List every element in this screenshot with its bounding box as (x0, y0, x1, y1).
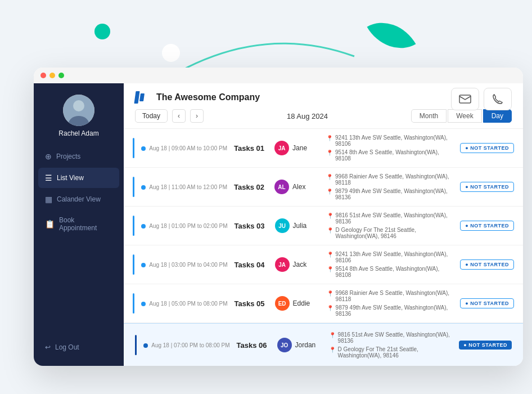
logout-label: Log Out (55, 343, 79, 351)
task-indicator (133, 138, 134, 158)
location-text: 9816 51st Ave SW Seattle, Washington(WA)… (336, 212, 454, 225)
chrome-maximize[interactable] (58, 73, 64, 78)
decorative-circle-green (94, 24, 110, 39)
status-badge: ● NOT STARTED (460, 143, 514, 153)
location-icon: 📍 (326, 174, 333, 180)
sidebar-item-list-view[interactable]: ☰ List View (38, 168, 119, 188)
status-badge: ● NOT STARTED (460, 182, 514, 192)
week-view-button[interactable]: Week (448, 109, 481, 123)
location-text: 9241 13th Ave SW Seattle, Washington(WA)… (336, 251, 454, 263)
header-controls: Today ‹ › 18 Aug 2024 Month Week Day (135, 109, 512, 123)
assignee: JA Jane (274, 141, 319, 155)
task-indicator (133, 293, 134, 314)
chrome-minimize[interactable] (49, 73, 55, 78)
location-item: 📍 9241 13th Ave SW Seattle, Washington(W… (326, 135, 453, 147)
task-list: Aug 18 | 09:00 AM to 10:00 PM Tasks 01 J… (124, 129, 523, 366)
location-item: 📍 9241 13th Ave SW Seattle, Washington(W… (327, 251, 454, 263)
phone-button[interactable] (484, 88, 512, 110)
location-text: 9241 13th Ave SW Seattle, Washington(WA)… (335, 135, 453, 147)
assignee-avatar: AL (274, 180, 289, 194)
day-view-button[interactable]: Day (483, 109, 512, 123)
task-row[interactable]: Aug 18 | 11:00 AM to 12:00 PM Tasks 02 A… (124, 168, 523, 207)
decorative-circle-white (162, 44, 180, 62)
task-indicator (135, 335, 137, 355)
list-view-icon: ☰ (45, 173, 52, 182)
location-text: D Geology For The 21st Seattle, Washingt… (338, 346, 453, 359)
current-date: 18 Aug 2024 (287, 112, 328, 120)
sidebar-footer: ↩ Log Out (34, 338, 124, 366)
task-row[interactable]: Aug 18 | 09:00 AM to 10:00 PM Tasks 01 J… (124, 129, 523, 168)
location-icon: 📍 (326, 150, 333, 156)
location-item: 📍 9514 8th Ave S Seattle, Washington(WA)… (326, 149, 453, 162)
sidebar-item-book-appointment[interactable]: 📋 Book Appointment (38, 211, 119, 238)
location-icon: 📍 (327, 290, 333, 297)
status-badge: ● NOT STARTED (460, 259, 514, 270)
task-name: Tasks 05 (235, 299, 268, 308)
appointment-icon: 📋 (45, 220, 55, 229)
action-buttons-container (451, 88, 512, 110)
assignee-avatar: JO (277, 338, 292, 352)
status-badge: ● NOT STARTED (460, 221, 514, 231)
task-time: Aug 18 | 05:00 PM to 08:00 PM (141, 301, 228, 307)
date-navigation: Today ‹ › (135, 109, 204, 123)
user-name: Rachel Adam (58, 129, 98, 137)
location-icon: 📍 (326, 189, 333, 195)
month-view-button[interactable]: Month (411, 109, 447, 123)
chrome-close[interactable] (40, 73, 46, 78)
sidebar-label-list-view: List View (57, 174, 84, 182)
location-item: 📍 9879 49th Ave SW Seattle, Washington(W… (326, 188, 453, 200)
assignee: JA Jack (275, 257, 320, 272)
location-text: 9816 51st Ave SW Seattle, Washington(WA)… (338, 332, 453, 344)
browser-window: Rachel Adam ⊕ Projects ☰ List View ▦ Cal… (34, 68, 523, 366)
company-name: The Awesome Company (156, 92, 260, 102)
status-badge: ● NOT STARTED (460, 298, 514, 308)
task-indicator (133, 254, 134, 275)
company-logo (135, 91, 151, 104)
task-row[interactable]: Aug 18 | 01:00 PM to 02:00 PM Tasks 03 J… (124, 207, 523, 245)
assignee-avatar: ED (275, 296, 290, 311)
task-row[interactable]: Aug 18 | 05:00 PM to 08:00 PM Tasks 05 E… (124, 284, 523, 323)
location-text: 9968 Rainier Ave S Seattle, Washington(W… (336, 290, 454, 302)
assignee: JU Julia (275, 218, 320, 233)
task-name: Tasks 02 (234, 183, 268, 191)
assignee-name: Alex (292, 183, 305, 191)
sidebar-nav: ⊕ Projects ☰ List View ▦ Calander View 📋… (34, 146, 124, 239)
main-content: The Awesome Company Today ‹ › 18 Aug 202… (124, 83, 523, 366)
svg-rect-0 (459, 95, 471, 103)
today-button[interactable]: Today (135, 109, 168, 123)
assignee: AL Alex (274, 180, 319, 194)
assignee-name: Eddie (293, 299, 310, 307)
time-dot (143, 343, 148, 348)
next-arrow[interactable]: › (190, 109, 204, 123)
browser-chrome (34, 68, 523, 83)
location-item: 📍 9816 51st Ave SW Seattle, Washington(W… (327, 212, 454, 225)
location-item: 📍 9816 51st Ave SW Seattle, Washington(W… (329, 332, 453, 344)
sidebar-item-projects[interactable]: ⊕ Projects (38, 146, 119, 167)
time-dot (141, 146, 146, 151)
time-dot (141, 224, 146, 229)
status-badge: ● NOT STARTED (459, 341, 512, 350)
task-name: Tasks 06 (237, 341, 270, 350)
task-row[interactable]: Aug 18 | 03:00 PM to 04:00 PM Tasks 04 J… (124, 245, 523, 284)
location-item: 📍 9514 8th Ave S Seattle, Washington(WA)… (327, 266, 454, 278)
logout-button[interactable]: ↩ Log Out (38, 338, 119, 357)
task-time: Aug 18 | 11:00 AM to 12:00 PM (141, 184, 227, 190)
locations: 📍 9968 Rainier Ave S Seattle, Washington… (326, 173, 453, 200)
location-text: 9968 Rainier Ave S Seattle, Washington(W… (335, 173, 453, 186)
sidebar: Rachel Adam ⊕ Projects ☰ List View ▦ Cal… (34, 83, 124, 366)
assignee-name: Jane (292, 144, 307, 152)
location-text: D Geology For The 21st Seattle, Washingt… (336, 227, 454, 239)
assignee-avatar: JA (274, 141, 289, 155)
locations: 📍 9241 13th Ave SW Seattle, Washington(W… (326, 135, 453, 162)
email-button[interactable] (451, 88, 479, 110)
sidebar-item-calendar-view[interactable]: ▦ Calander View (38, 189, 119, 209)
user-profile: Rachel Adam (58, 95, 98, 137)
location-icon: 📍 (327, 227, 333, 234)
task-time: Aug 18 | 09:00 AM to 10:00 PM (141, 145, 227, 151)
prev-arrow[interactable]: ‹ (172, 109, 186, 123)
locations: 📍 9816 51st Ave SW Seattle, Washington(W… (327, 212, 454, 239)
task-row-expanded[interactable]: Aug 18 | 07:00 PM to 08:00 PM Tasks 06 J… (124, 323, 523, 366)
time-dot (141, 302, 146, 306)
locations: 📍 9968 Rainier Ave S Seattle, Washington… (327, 290, 454, 317)
time-dot (141, 263, 146, 267)
